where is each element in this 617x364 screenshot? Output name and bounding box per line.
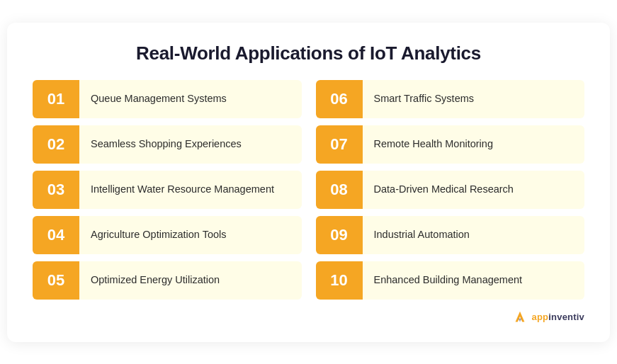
item-label: Optimized Energy Utilization xyxy=(79,266,231,294)
list-item: 01Queue Management Systems xyxy=(33,80,302,118)
list-item: 06Smart Traffic Systems xyxy=(316,80,585,118)
number-badge: 04 xyxy=(33,216,79,254)
number-badge: 07 xyxy=(316,125,363,164)
number-badge: 02 xyxy=(33,125,79,164)
list-item: 10Enhanced Building Management xyxy=(316,261,585,300)
number-badge: 05 xyxy=(33,261,79,300)
list-item: 02Seamless Shopping Experiences xyxy=(33,125,302,164)
number-badge: 10 xyxy=(316,261,363,300)
list-item: 07Remote Health Monitoring xyxy=(316,125,585,164)
item-label: Remote Health Monitoring xyxy=(363,130,504,158)
list-item: 08Data-Driven Medical Research xyxy=(316,171,585,209)
main-card: Real-World Applications of IoT Analytics… xyxy=(7,23,610,342)
item-label: Seamless Shopping Experiences xyxy=(79,130,253,158)
items-grid: 01Queue Management Systems06Smart Traffi… xyxy=(33,80,584,300)
number-badge: 08 xyxy=(316,171,363,209)
list-item: 03Intelligent Water Resource Management xyxy=(33,171,302,209)
item-label: Data-Driven Medical Research xyxy=(363,176,525,203)
svg-marker-1 xyxy=(518,318,521,322)
item-label: Agriculture Optimization Tools xyxy=(79,221,238,249)
page-title: Real-World Applications of IoT Analytics xyxy=(33,42,584,64)
number-badge: 09 xyxy=(316,216,363,254)
item-label: Smart Traffic Systems xyxy=(363,85,486,113)
list-item: 09Industrial Automation xyxy=(316,216,585,254)
item-label: Intelligent Water Resource Management xyxy=(79,176,285,203)
number-badge: 06 xyxy=(316,80,363,118)
number-badge: 03 xyxy=(33,171,79,209)
appinventiv-logo-text: appinventiv xyxy=(532,312,584,322)
item-label: Queue Management Systems xyxy=(79,85,238,113)
item-label: Enhanced Building Management xyxy=(363,266,534,294)
number-badge: 01 xyxy=(33,80,79,118)
list-item: 05Optimized Energy Utilization xyxy=(33,261,302,300)
item-label: Industrial Automation xyxy=(363,221,481,249)
appinventiv-logo-icon xyxy=(512,309,528,325)
list-item: 04Agriculture Optimization Tools xyxy=(33,216,302,254)
footer: appinventiv xyxy=(33,309,584,325)
